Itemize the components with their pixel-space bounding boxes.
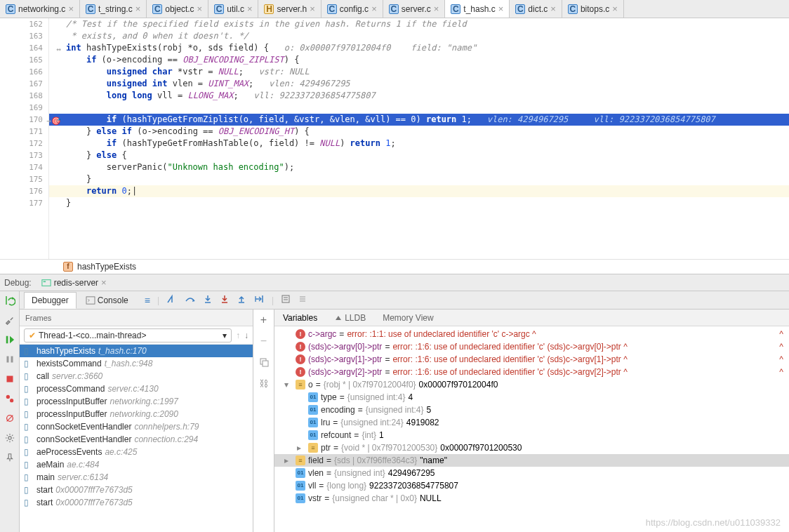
evaluate-button[interactable]	[281, 294, 291, 306]
variable-row[interactable]: 01 refcount = {int} 1	[274, 429, 789, 441]
breadcrumb[interactable]: f hashTypeExists	[0, 259, 789, 274]
svg-rect-3	[6, 357, 8, 363]
variable-row[interactable]: ! (sds)c->argv[0]->ptr = error: :1:6: us…	[274, 340, 789, 353]
svg-rect-11	[86, 296, 95, 303]
close-icon[interactable]: ×	[197, 4, 203, 14]
tab-util-c[interactable]: Cutil.c×	[208, 0, 258, 18]
tab-object-c[interactable]: Cobject.c×	[147, 0, 208, 18]
add-watch-button[interactable]: +	[258, 314, 270, 326]
variable-row[interactable]: 01 vlen = {unsigned int} 4294967295	[274, 467, 789, 479]
thread-selector[interactable]: ✔ Thread-1-<co...main-thread> ▾	[24, 328, 232, 343]
tab-server-h[interactable]: Hserver.h×	[258, 0, 321, 18]
chevron-down-icon[interactable]: ▾	[284, 380, 293, 390]
frame-item[interactable]: ▯aeProcessEvents ae.c:425	[20, 446, 253, 458]
variable-row[interactable]: ▾≡ o = {robj * | 0x7f97012004f0} 0x00007…	[274, 378, 789, 391]
stack-frame-icon: ▯	[24, 384, 34, 394]
step-over-button[interactable]	[185, 294, 196, 306]
variable-row[interactable]: 01 type = {unsigned int:4} 4	[274, 391, 789, 404]
svg-rect-2	[6, 336, 8, 344]
force-step-into-button[interactable]	[220, 294, 230, 306]
tab-networking-c[interactable]: Cnetworking.c×	[0, 0, 80, 18]
tab-t_string-c[interactable]: Ct_string.c×	[80, 0, 147, 18]
variable-row[interactable]: ! c->argc = error: :1:1: use of undeclar…	[274, 328, 789, 340]
resume-button[interactable]	[4, 333, 16, 346]
frame-item[interactable]: ▯aeMain ae.c:484	[20, 458, 253, 471]
c-file-icon: C	[6, 4, 15, 14]
tab-debugger[interactable]: Debugger	[24, 292, 77, 309]
tab-config-c[interactable]: Cconfig.c×	[321, 0, 383, 18]
close-icon[interactable]: ×	[68, 4, 74, 14]
close-icon[interactable]: ×	[612, 4, 618, 14]
variable-row[interactable]: ! (sds)c->argv[1]->ptr = error: :1:6: us…	[274, 353, 789, 366]
close-icon[interactable]: ×	[310, 4, 315, 14]
mute-breakpoints-button[interactable]	[4, 412, 16, 425]
pin-button[interactable]	[4, 451, 16, 464]
debug-target-tab[interactable]: redis-server ×	[37, 276, 111, 289]
link-icon[interactable]: ⛓	[258, 377, 270, 390]
show-execution-point-button[interactable]	[166, 294, 178, 306]
tab-memory-view[interactable]: Memory View	[374, 310, 442, 326]
view-breakpoints-button[interactable]	[4, 392, 16, 405]
pause-button[interactable]	[4, 353, 16, 366]
variable-row[interactable]: ▸≡ field = {sds | 0x7f96ffe364c3} "name"	[274, 454, 789, 467]
frame-item[interactable]: ▯processInputBuffer networking.c:2090	[20, 408, 253, 420]
close-icon[interactable]: ×	[135, 4, 141, 14]
frame-item[interactable]: ▯connSocketEventHandler connhelpers.h:79	[20, 420, 253, 433]
tab-lldb[interactable]: LLDB	[326, 310, 374, 326]
variable-row[interactable]: ! (sds)c->argv[2]->ptr = error: :1:6: us…	[274, 366, 789, 378]
remove-watch-button[interactable]: −	[258, 335, 270, 347]
close-icon[interactable]: ×	[371, 4, 377, 14]
tab-console[interactable]: Console	[78, 292, 136, 309]
var-type-icon: 01	[296, 493, 305, 503]
close-icon[interactable]: ×	[550, 4, 556, 14]
tab-dict-c[interactable]: Cdict.c×	[510, 0, 562, 18]
frame-item[interactable]: ▯processCommand server.c:4130	[20, 383, 253, 395]
next-frame-button[interactable]: ↓	[244, 331, 248, 340]
var-type-icon: !	[296, 354, 305, 364]
tab-bitops-c[interactable]: Cbitops.c×	[562, 0, 624, 18]
close-icon[interactable]: ×	[434, 4, 439, 14]
var-type-icon: 01	[308, 430, 318, 440]
stop-button[interactable]	[4, 373, 16, 385]
variable-row[interactable]: 01 vll = {long long} 9223372036854775807	[274, 479, 789, 492]
tab-server-c[interactable]: Cserver.c×	[383, 0, 446, 18]
frame-item[interactable]: ▯connSocketEventHandler connection.c:294	[20, 433, 253, 446]
gear-icon[interactable]	[4, 432, 16, 444]
prev-frame-button[interactable]: ↑	[236, 331, 240, 340]
frame-item[interactable]: ▯main server.c:6134	[20, 471, 253, 484]
frame-item[interactable]: ▯hashTypeExists t_hash.c:170	[20, 345, 253, 357]
variable-row[interactable]: ▸≡ ptr = {void * | 0x7f9701200530} 0x000…	[274, 441, 789, 454]
close-icon[interactable]: ×	[498, 4, 504, 14]
step-out-button[interactable]	[237, 294, 246, 306]
rerun-button[interactable]	[4, 294, 16, 307]
variable-row[interactable]: 01 encoding = {unsigned int:4} 5	[274, 404, 789, 416]
variable-row[interactable]: 01 vstr = {unsigned char * | 0x0} NULL	[274, 492, 789, 505]
close-icon[interactable]: ×	[247, 4, 253, 14]
var-type-icon: !	[296, 367, 305, 377]
var-type-icon: ≡	[308, 443, 318, 453]
settings-button[interactable]	[4, 314, 16, 326]
stack-frame-icon: ▯	[24, 498, 34, 507]
chevron-right-icon[interactable]: ▸	[284, 455, 293, 465]
variable-row[interactable]: 01 lru = {unsigned int:24} 4919082	[274, 416, 789, 429]
frame-item[interactable]: ▯hexistsCommand t_hash.c:948	[20, 357, 253, 370]
close-icon[interactable]: ×	[101, 277, 107, 288]
threads-icon[interactable]: ≡	[145, 295, 150, 306]
frame-item[interactable]: ▯start 0x00007fff7e7673d5	[20, 484, 253, 496]
trace-button[interactable]	[298, 294, 307, 306]
chevron-down-icon: ▾	[223, 331, 227, 340]
tab-variables[interactable]: Variables	[274, 310, 326, 326]
step-into-button[interactable]	[203, 294, 213, 306]
h-file-icon: H	[264, 4, 274, 14]
run-to-cursor-button[interactable]	[253, 294, 265, 306]
code-pane[interactable]: /* Test if the specified field exists in…	[49, 18, 789, 259]
var-type-icon: 01	[296, 468, 305, 478]
var-type-icon: !	[296, 342, 305, 352]
debug-tabs: Debugger Console ≡ | |	[20, 291, 789, 310]
frame-item[interactable]: ▯call server.c:3660	[20, 370, 253, 383]
copy-button[interactable]	[258, 356, 270, 368]
tab-t_hash-c[interactable]: Ct_hash.c×	[445, 0, 510, 18]
frame-item[interactable]: ▯start 0x00007fff7e7673d5	[20, 496, 253, 509]
chevron-right-icon[interactable]: ▸	[297, 443, 305, 453]
frame-item[interactable]: ▯processInputBuffer networking.c:1997	[20, 395, 253, 408]
